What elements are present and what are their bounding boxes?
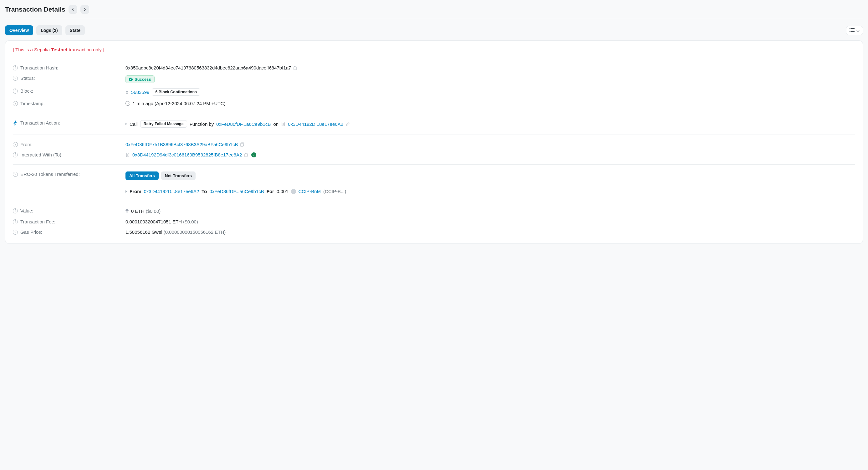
divider (13, 164, 855, 165)
help-icon[interactable]: ? (13, 230, 18, 235)
token-symbol: (CCIP-B...) (323, 189, 346, 194)
to-address[interactable]: 0x3D44192D94df3c0166169B9532825fB8e17ee6… (132, 152, 242, 157)
label-value: Value: (20, 208, 33, 213)
page-title: Transaction Details (5, 6, 65, 13)
label-tx-hash: Transaction Hash: (20, 65, 58, 70)
timestamp-absolute: (Apr-12-2024 06:07:24 PM +UTC) (155, 101, 225, 106)
action-on-address[interactable]: 0x3D44192D...8e17ee6A2 (288, 121, 343, 127)
svg-rect-2 (849, 30, 850, 30)
timestamp-relative: 1 min ago (133, 101, 153, 106)
svg-rect-11 (245, 154, 247, 157)
divider (13, 134, 855, 135)
transfer-amount: 0.001 (277, 189, 288, 194)
label-to: Interacted With (To): (20, 152, 63, 157)
transfer-to-label: To (202, 189, 207, 194)
value-usd: ($0.00) (146, 209, 161, 214)
list-icon (849, 28, 855, 33)
help-icon[interactable]: ? (13, 172, 18, 177)
copy-icon[interactable] (244, 153, 249, 157)
divider (13, 58, 855, 58)
label-action: Transaction Action: (20, 120, 60, 125)
value-eth: 0 ETH (131, 209, 145, 214)
action-by-address[interactable]: 0xFeD86fDF...a6Ce9b1cB (216, 121, 271, 127)
copy-icon[interactable] (293, 66, 298, 70)
clock-icon (125, 101, 130, 106)
svg-rect-1 (851, 28, 855, 29)
help-icon[interactable]: ? (13, 152, 18, 157)
chevron-down-icon (857, 28, 860, 33)
label-status: Status: (20, 75, 35, 81)
divider (13, 113, 855, 113)
label-gas: Gas Price: (20, 229, 42, 235)
action-method-pill: Retry Failed Message (140, 120, 187, 128)
tab-state[interactable]: State (65, 25, 85, 35)
help-icon[interactable]: ? (13, 76, 18, 81)
details-card: [ This is a Sepolia Testnet transaction … (5, 40, 863, 244)
svg-rect-9 (241, 143, 243, 147)
view-options-dropdown[interactable] (846, 26, 863, 35)
banner-prefix: [ This is a Sepolia (13, 47, 51, 52)
transfer-from-address[interactable]: 0x3D44192D...8e17ee6A2 (144, 189, 199, 194)
help-icon[interactable]: ? (13, 142, 18, 147)
label-timestamp: Timestamp: (20, 101, 45, 106)
prev-tx-button[interactable] (68, 5, 77, 14)
testnet-banner: [ This is a Sepolia Testnet transaction … (13, 47, 855, 52)
svg-rect-5 (851, 31, 855, 32)
status-badge: ✓ Success (125, 75, 155, 83)
help-icon[interactable]: ? (13, 89, 18, 94)
banner-suffix: transaction only ] (68, 47, 104, 52)
help-icon[interactable]: ? (13, 219, 18, 224)
divider (13, 201, 855, 201)
label-erc20: ERC-20 Tokens Transferred: (20, 171, 80, 177)
svg-rect-4 (849, 31, 850, 32)
fee-eth: 0.0001003200471051 ETH (125, 219, 182, 224)
tab-logs[interactable]: Logs (2) (36, 25, 62, 35)
action-on: on (274, 121, 279, 127)
status-text: Success (134, 77, 151, 82)
verified-icon: ✓ (251, 152, 256, 157)
transfer-to-address[interactable]: 0xFeD86fDF...a6Ce9b1cB (210, 189, 264, 194)
copy-icon[interactable] (240, 143, 245, 147)
fee-usd: ($0.00) (183, 219, 198, 224)
svg-rect-0 (849, 28, 850, 29)
tab-net-transfers[interactable]: Net Transfers (161, 171, 195, 180)
label-from: From: (20, 142, 33, 147)
transfer-for-label: For (267, 189, 274, 194)
block-link[interactable]: 5683599 (131, 90, 149, 95)
check-circle-icon: ✓ (129, 77, 133, 81)
help-icon[interactable]: ? (13, 65, 18, 70)
token-icon (291, 189, 296, 194)
next-tx-button[interactable] (81, 5, 89, 14)
svg-rect-3 (851, 30, 855, 30)
svg-rect-7 (294, 67, 296, 70)
token-transfer-row: From 0x3D44192D...8e17ee6A2 To 0xFeD86fD… (125, 189, 346, 194)
confirmations-badge: 6 Block Confirmations (152, 88, 200, 96)
label-fee: Transaction Fee: (20, 219, 55, 224)
banner-bold: Testnet (51, 47, 67, 52)
from-address[interactable]: 0xFeD86fDF751B3896Bcf3768B3A29aBFa6Ce9b1… (125, 142, 238, 147)
header-divider (5, 19, 863, 19)
action-function-by: Function by (190, 121, 214, 127)
help-icon[interactable]: ? (13, 209, 18, 213)
contract-icon (281, 122, 285, 126)
gas-gwei: 1.50056162 Gwei (125, 229, 162, 235)
tx-hash-value: 0x350adbc8e20f4d34ec74197680563832d4dbec… (125, 65, 291, 70)
caret-right-icon (125, 123, 127, 125)
hourglass-icon: ⧗ (125, 90, 129, 95)
edit-icon[interactable] (346, 122, 350, 126)
lightning-icon (13, 121, 18, 125)
contract-icon (125, 153, 130, 157)
tab-all-transfers[interactable]: All Transfers (125, 171, 159, 180)
gas-eth: (0.00000000150056162 ETH) (164, 229, 226, 235)
action-call: Call (129, 121, 138, 127)
label-block: Block: (20, 88, 33, 94)
tab-overview[interactable]: Overview (5, 25, 33, 35)
transfer-from-label: From (129, 189, 142, 194)
token-name[interactable]: CCIP-BnM (299, 189, 321, 194)
help-icon[interactable]: ? (13, 101, 18, 106)
ethereum-icon (125, 208, 129, 214)
caret-right-icon (125, 190, 127, 193)
